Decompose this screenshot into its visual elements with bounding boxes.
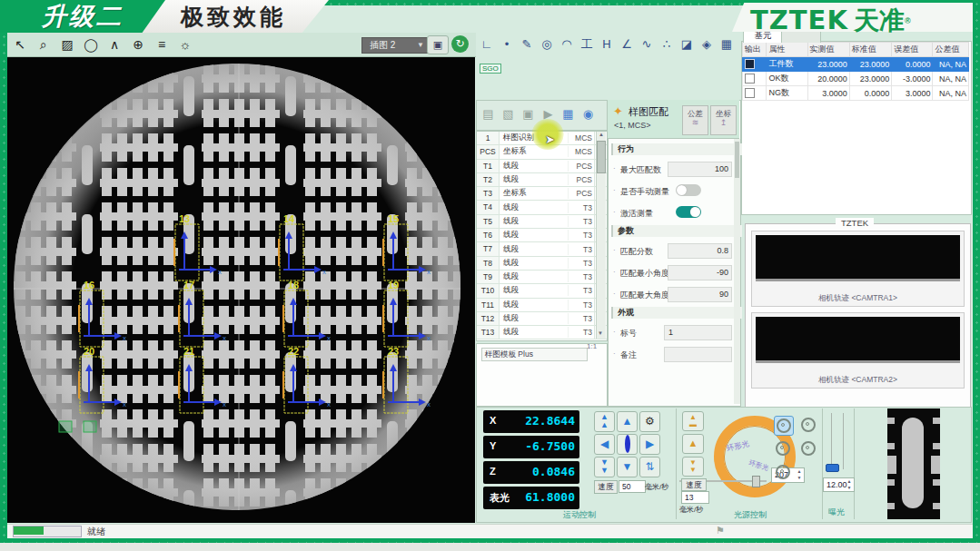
coordinate-button[interactable]: 坐标 ↥ [710, 105, 737, 135]
copy-icon[interactable]: ▧ [500, 105, 517, 123]
match-panel-scrollbar[interactable] [734, 139, 740, 404]
output-checkbox[interactable] [745, 88, 755, 98]
scatter-tool-icon[interactable]: ∴ [658, 34, 676, 54]
results-table[interactable]: 输出属性实测值标准值误差值公差值工件数23.000023.00000.0000N… [742, 42, 969, 101]
line-tool-icon[interactable]: ✎ [518, 34, 536, 54]
light-slider-handle[interactable] [752, 476, 760, 487]
arc-tool-icon[interactable]: ◠ [558, 34, 576, 54]
eraser-tool-icon[interactable]: ◪ [678, 34, 696, 54]
point-tool-icon[interactable]: • [498, 34, 516, 54]
crosshair-tool-icon[interactable]: ⊕ [128, 34, 148, 54]
light-tool-icon[interactable]: ☼ [175, 34, 195, 54]
pointer-tool-icon[interactable]: ↖ [10, 34, 30, 54]
snapshot-button[interactable]: ▣ [427, 35, 449, 54]
camera-track-1[interactable]: 相机轨迹 <CAMTRA1> [751, 231, 965, 307]
circle-tool-icon[interactable]: ◯ [81, 34, 101, 54]
feature-row[interactable]: T13线段T3 [477, 326, 607, 339]
output-checkbox[interactable] [745, 74, 755, 84]
feature-row[interactable]: T5线段T3 [477, 215, 607, 229]
target-icon[interactable]: ◉ [579, 105, 597, 123]
jog-down-fast-button[interactable]: ▼▼ [594, 457, 615, 477]
jog-right-button[interactable]: ▶ [639, 434, 660, 455]
camera-viewport[interactable]: 13x14x15x16x17x18x19x20x21x22x23x [7, 56, 475, 523]
match-panel-scroll-thumb[interactable] [735, 142, 739, 178]
width-tool-icon[interactable]: H [598, 34, 616, 54]
output-cell[interactable] [743, 57, 767, 72]
light-channel-2-icon[interactable] [799, 416, 817, 434]
output-cell[interactable] [743, 72, 767, 86]
grid-tool-icon[interactable]: ▦ [718, 34, 736, 54]
jog-left-button[interactable]: ◀ [594, 434, 615, 455]
feature-row[interactable]: T2线段PCS [477, 173, 607, 187]
palette-tool-icon[interactable]: ◈ [698, 34, 716, 54]
layers-tool-icon[interactable]: ≡ [152, 34, 172, 54]
angle-tool-icon[interactable]: ∧ [104, 34, 124, 54]
template-label[interactable]: 样图模板 Plus [481, 348, 588, 361]
spinner-arrows-icon[interactable]: ▲▼ [846, 478, 853, 491]
paste-icon[interactable]: ▤ [480, 105, 497, 123]
feature-row[interactable]: T7线段T3 [477, 242, 607, 256]
feature-row[interactable]: T11线段T3 [477, 299, 607, 312]
result-row[interactable]: 工件数23.000023.00000.0000NA, NA [743, 57, 969, 72]
label-number-input[interactable]: 1 [664, 325, 732, 340]
output-checkbox[interactable] [745, 59, 755, 69]
circle-tool-icon[interactable]: ◎ [538, 34, 556, 54]
jog-down-button[interactable]: ▼ [617, 457, 638, 477]
max-angle-input[interactable]: 90 [668, 287, 732, 302]
feature-row[interactable]: T3坐标系PCS [477, 187, 607, 201]
spinner-arrows-icon[interactable]: ▲▼ [796, 468, 803, 481]
light-channel-5-icon[interactable] [774, 463, 792, 481]
scroll-down-icon[interactable]: ▼ [596, 330, 605, 339]
stop-button[interactable] [617, 434, 638, 455]
angle-tool-icon[interactable]: ∠ [618, 34, 636, 54]
jog-up-button[interactable]: ▲ [617, 411, 638, 432]
camera-track-2[interactable]: 相机轨迹 <CAMTRA2> [751, 312, 965, 389]
jog-up-fast-button[interactable]: ▲▲ [594, 411, 615, 432]
curve-tool-icon[interactable]: ∿ [638, 34, 656, 54]
z-speed-button[interactable]: 速度 [681, 478, 707, 491]
exposure-slider-handle[interactable] [826, 464, 839, 472]
motion-settings-button[interactable]: ⚙ [639, 411, 660, 432]
result-row[interactable]: NG数3.00000.00003.0000NA, NA [743, 86, 969, 101]
view-select-dropdown[interactable]: 插图 2 ▼ [361, 37, 429, 54]
save-icon[interactable]: ▣ [520, 105, 537, 123]
feature-row[interactable]: T4线段T3 [477, 201, 607, 214]
feature-row[interactable]: T6线段T3 [477, 229, 607, 242]
magnifier-tool-icon[interactable]: ⌕ [34, 34, 54, 54]
output-cell[interactable] [743, 86, 767, 101]
feature-row[interactable]: T8线段T3 [477, 257, 607, 271]
speed-button[interactable]: 速度 [594, 480, 618, 494]
z-up-button[interactable]: ▲ [682, 434, 704, 454]
exposure-slider-2[interactable] [843, 413, 844, 469]
jog-step-button[interactable]: ⇅ [639, 457, 660, 477]
tolerance-button[interactable]: 公差 ≋ [682, 105, 708, 135]
exposure-slider[interactable] [831, 413, 832, 469]
light-channel-1-icon[interactable] [774, 416, 794, 436]
light-channel-4-icon[interactable] [799, 439, 817, 458]
feature-row[interactable]: T12线段T3 [477, 312, 607, 326]
result-row[interactable]: OK数20.000023.0000-3.0000NA, NA [743, 72, 969, 86]
feature-row[interactable]: T9线段T3 [477, 271, 607, 284]
z-up-stage-button[interactable]: ▲▬ [682, 411, 704, 431]
match-score-input[interactable]: 0.8 [668, 243, 732, 259]
feature-row[interactable]: T10线段T3 [477, 284, 607, 298]
manual-measure-toggle[interactable] [676, 184, 701, 196]
image-tool-icon[interactable]: ▨ [57, 34, 77, 54]
feature-list[interactable]: 1样图识别MCS✓PCS坐标系MCST1线段PCST2线段PCST3坐标系PCS… [476, 131, 608, 341]
max-match-input[interactable]: 100 [668, 162, 732, 177]
feature-row[interactable]: T1线段PCS [477, 160, 607, 173]
z-speed-input[interactable]: 13 [681, 491, 709, 504]
max-angle-label: 匹配最大角度 [620, 290, 669, 301]
refresh-view-button[interactable]: ↻ [451, 35, 469, 53]
min-angle-input[interactable]: -90 [668, 265, 732, 280]
active-measure-toggle[interactable] [676, 206, 701, 218]
axis-tool-icon[interactable]: ∟ [478, 34, 496, 54]
note-input[interactable] [664, 347, 732, 362]
grid-icon[interactable]: ▦ [559, 105, 577, 123]
z-down-fast-button[interactable]: ▼▼ [682, 457, 704, 477]
speed-input[interactable]: 50 [619, 480, 646, 493]
feature-list-scroll-thumb[interactable] [597, 141, 606, 173]
exposure-spinner[interactable]: 12.00 ▲▼ [823, 477, 855, 492]
height-tool-icon[interactable]: 工 [578, 34, 596, 54]
light-channel-3-icon[interactable] [774, 439, 792, 458]
